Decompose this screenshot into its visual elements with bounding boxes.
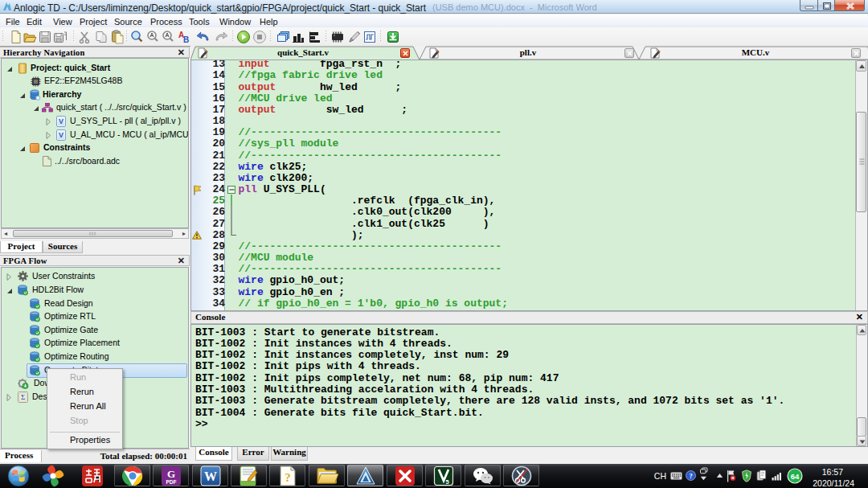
- svg-text:Σ: Σ: [21, 394, 25, 401]
- svg-text:B: B: [183, 35, 189, 44]
- svg-text:V: V: [59, 131, 63, 139]
- svg-text:G: G: [166, 468, 174, 480]
- svg-text:5: 5: [445, 478, 448, 486]
- svg-text:?: ?: [285, 471, 291, 484]
- svg-text:64: 64: [791, 472, 800, 481]
- svg-text:V: V: [59, 117, 63, 125]
- svg-text:PDF: PDF: [166, 479, 176, 485]
- svg-text:?: ?: [689, 472, 692, 480]
- svg-text:W: W: [204, 470, 217, 483]
